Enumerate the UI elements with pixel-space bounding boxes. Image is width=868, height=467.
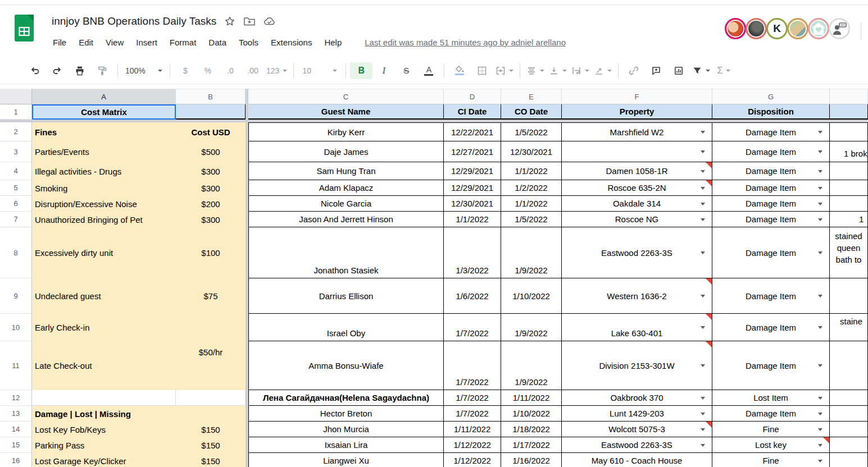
cell-G3[interactable]: Damage Item: [712, 141, 830, 162]
row-header-9[interactable]: 9: [0, 278, 32, 314]
dropdown-arrow-icon[interactable]: [818, 203, 822, 205]
cell-E15[interactable]: 1/17/2022: [501, 437, 562, 453]
cell-A15[interactable]: Parking Pass: [32, 437, 176, 453]
dropdown-arrow-icon[interactable]: [701, 428, 705, 431]
cell-E13[interactable]: 1/10/2022: [501, 406, 562, 422]
cell-H14[interactable]: [830, 422, 868, 437]
cell-C8[interactable]: Jonathon Stasiek: [248, 227, 444, 278]
cell-H15[interactable]: [830, 437, 868, 453]
cell-D7[interactable]: 1/1/2022: [444, 212, 501, 227]
dropdown-arrow-icon[interactable]: [701, 413, 705, 415]
cell-F14[interactable]: Wolcott 5075-3: [562, 422, 712, 437]
cell-D4[interactable]: 12/29/2021: [444, 162, 501, 180]
cell-F12[interactable]: Oakbrook 370: [562, 390, 712, 406]
cell-A1[interactable]: Cost Matrix: [32, 104, 176, 120]
column-header-H[interactable]: [830, 89, 868, 104]
cell-E3[interactable]: 12/30/2021: [501, 141, 562, 162]
cell-G7[interactable]: Damage Item: [712, 212, 830, 227]
cell-A4[interactable]: Illegal activities - Drugs: [32, 162, 176, 180]
cell-F7[interactable]: Roscoe NG: [562, 212, 712, 227]
cell-H10[interactable]: staine: [830, 314, 868, 341]
cell-D11[interactable]: 1/7/2022: [444, 341, 501, 390]
column-header-C[interactable]: C: [248, 89, 444, 104]
dropdown-arrow-icon[interactable]: [818, 170, 822, 173]
cell-C16[interactable]: Liangwei Xu: [248, 453, 444, 467]
cell-B8[interactable]: $100: [176, 227, 246, 278]
cell-F16[interactable]: May 610 - Coach House: [562, 453, 712, 467]
cell-A14[interactable]: Lost Key Fob/Keys: [32, 422, 176, 437]
cell-H12[interactable]: [830, 390, 868, 406]
cell-E9[interactable]: 1/10/2022: [501, 278, 562, 314]
dropdown-arrow-icon[interactable]: [818, 326, 822, 329]
dropdown-arrow-icon[interactable]: [818, 218, 822, 221]
cell-E11[interactable]: 1/9/2022: [501, 341, 562, 390]
cell-G14[interactable]: Fine: [712, 422, 830, 437]
cell-D3[interactable]: 12/27/2021: [444, 141, 501, 162]
column-header-G[interactable]: G: [712, 89, 830, 104]
cell-B16[interactable]: $150: [176, 453, 246, 467]
row-header-12[interactable]: 12: [0, 390, 32, 406]
cell-B12[interactable]: [176, 390, 246, 406]
dropdown-arrow-icon[interactable]: [818, 460, 822, 463]
row-header-13[interactable]: 13: [0, 406, 32, 422]
row-header-7[interactable]: 7: [0, 212, 32, 227]
dropdown-arrow-icon[interactable]: [701, 364, 705, 367]
cell-E12[interactable]: 1/11/2022: [501, 390, 562, 406]
cell-H9[interactable]: [830, 278, 868, 314]
cell-C14[interactable]: Jhon Murcia: [248, 422, 444, 437]
cell-C2[interactable]: Kirby Kerr: [248, 122, 444, 141]
cell-E1[interactable]: CO Date: [501, 104, 562, 120]
dropdown-arrow-icon[interactable]: [701, 150, 705, 153]
dropdown-arrow-icon[interactable]: [818, 428, 822, 431]
cell-G11[interactable]: Damage Item: [712, 341, 830, 390]
dropdown-arrow-icon[interactable]: [701, 397, 705, 400]
cell-A11[interactable]: Late Check-out: [32, 341, 176, 390]
cell-E2[interactable]: 1/5/2022: [501, 122, 562, 141]
row-header-11[interactable]: 11: [0, 341, 32, 390]
cell-A16[interactable]: Lost Garage Key/Clicker: [32, 453, 176, 467]
cell-F4[interactable]: Damen 1058-1R: [562, 162, 712, 180]
cell-G5[interactable]: Damage Item: [712, 180, 830, 196]
cell-D13[interactable]: 1/7/2022: [444, 406, 501, 422]
cell-B1[interactable]: [176, 104, 246, 120]
cell-H5[interactable]: [830, 180, 868, 196]
cell-H4[interactable]: [830, 162, 868, 180]
cell-G4[interactable]: Damage Item: [712, 162, 830, 180]
cell-C7[interactable]: Jason And Jerrett Hinson: [248, 212, 444, 227]
dropdown-arrow-icon[interactable]: [818, 413, 822, 415]
cell-G8[interactable]: Damage Item: [712, 227, 830, 278]
cell-C4[interactable]: Sam Hung Tran: [248, 162, 444, 180]
cell-A10[interactable]: Early Check-in: [32, 314, 176, 341]
cell-H7[interactable]: 1: [830, 212, 868, 227]
cell-B10[interactable]: $50/hr: [176, 314, 246, 390]
cell-H11[interactable]: [830, 341, 868, 390]
cell-B2[interactable]: Cost USD: [176, 122, 246, 141]
cell-C12[interactable]: Лена Сагайдачная(Helena Sagaydachna): [248, 390, 444, 406]
cell-H6[interactable]: [830, 196, 868, 212]
cell-G2[interactable]: Damage Item: [712, 122, 830, 141]
column-header-E[interactable]: E: [501, 89, 562, 104]
dropdown-arrow-icon[interactable]: [701, 170, 705, 173]
cell-B9[interactable]: $75: [176, 278, 246, 314]
cell-A2[interactable]: Fines: [32, 122, 176, 141]
cell-H3[interactable]: 1 brok: [830, 141, 868, 162]
cell-C15[interactable]: Ixsaian Lira: [248, 437, 444, 453]
dropdown-arrow-icon[interactable]: [818, 295, 822, 297]
dropdown-arrow-icon[interactable]: [701, 295, 705, 297]
cell-G10[interactable]: Damage Item: [712, 314, 830, 341]
cell-A5[interactable]: Smoking: [32, 180, 176, 196]
cell-F15[interactable]: Eastwood 2263-3S: [562, 437, 712, 453]
cell-B6[interactable]: $200: [176, 196, 246, 212]
cell-C10[interactable]: Israel Oby: [248, 314, 444, 341]
cell-F1[interactable]: Property: [562, 104, 712, 120]
cell-G1[interactable]: Disposition: [712, 104, 830, 120]
dropdown-arrow-icon[interactable]: [701, 131, 705, 134]
row-header-2[interactable]: 2: [0, 122, 32, 141]
row-header-10[interactable]: 10: [0, 314, 32, 341]
row-header-16[interactable]: 16: [0, 453, 32, 467]
cell-E4[interactable]: 1/1/2022: [501, 162, 562, 180]
cell-G15[interactable]: Lost key: [712, 437, 830, 453]
cell-E16[interactable]: 1/16/2022: [501, 453, 562, 467]
cell-C11[interactable]: Amma Bonsu-Wiafe: [248, 341, 444, 390]
cell-B5[interactable]: $300: [176, 180, 246, 196]
